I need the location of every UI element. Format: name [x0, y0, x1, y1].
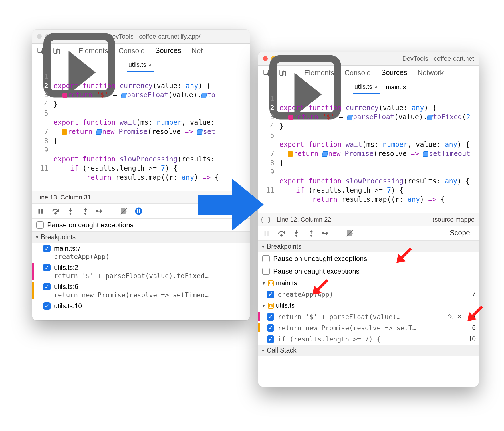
source-text[interactable]: export function currency(value: any) { r…: [52, 72, 250, 191]
close-icon[interactable]: ×: [148, 62, 152, 68]
step-icon[interactable]: [96, 207, 104, 216]
step-over-icon[interactable]: [51, 207, 60, 216]
deactivate-breakpoints-icon[interactable]: [346, 229, 354, 238]
step-out-icon[interactable]: [307, 229, 316, 238]
breakpoint-item[interactable]: ✓ utils.ts:2 return '$' + parseFloat(val…: [32, 262, 250, 281]
cursor-position: Line 12, Column 22: [277, 216, 331, 223]
step-icon[interactable]: [322, 229, 330, 238]
file-tab-label: utils.ts: [128, 61, 146, 68]
disclosure-triangle-icon: ▼: [262, 281, 266, 286]
code-editor[interactable]: 1 2 3 4 5 6 7 8 9 10 11 export function …: [32, 72, 250, 191]
breakpoint-item[interactable]: ✓ utils.ts:10: [32, 300, 250, 312]
breakpoint-line-number: 10: [465, 335, 476, 343]
pause-on-exceptions-icon[interactable]: [134, 207, 143, 216]
pause-caught-row[interactable]: Pause on caught exceptions: [32, 219, 250, 231]
pause-icon[interactable]: [36, 207, 45, 216]
call-marker-icon: [347, 115, 353, 120]
file-tab-label: utils.ts: [354, 83, 372, 90]
checkbox[interactable]: ✓: [267, 313, 274, 321]
checkbox[interactable]: [262, 255, 270, 262]
source-map-hint: (source: [225, 194, 246, 201]
svg-rect-18: [267, 231, 269, 236]
breakpoint-item[interactable]: ✓ if (results.length >= 7) { 10: [258, 333, 479, 345]
breakpoint-group-header[interactable]: ▼ TS main.ts: [258, 278, 479, 289]
breakpoint-location: utils.ts:2: [54, 264, 209, 272]
code-editor[interactable]: 1 2 3 4 5 6 7 8 9 10 11 export function …: [258, 94, 479, 213]
breakpoint-marker-icon: [62, 129, 67, 135]
checkbox[interactable]: [262, 268, 270, 275]
checkbox[interactable]: [36, 221, 44, 229]
breakpoint-item[interactable]: ✓ main.ts:7 createApp(App): [32, 243, 250, 262]
call-marker-icon: [197, 129, 203, 135]
svg-point-21: [310, 235, 312, 236]
disclosure-triangle-icon: ▼: [262, 303, 266, 308]
breakpoint-item[interactable]: ✓ return '$' + parseFloat(value)… ✎ ✕ 2: [258, 311, 479, 322]
breakpoint-item[interactable]: ✓ createApp(App) 7: [258, 289, 479, 300]
tab-sources[interactable]: Sources: [380, 66, 408, 80]
step-over-icon[interactable]: [277, 229, 286, 238]
breakpoint-item[interactable]: ✓ return new Promise(resolve => setT… 6: [258, 322, 479, 333]
call-marker-icon: [121, 93, 127, 98]
call-marker-icon: [423, 151, 429, 157]
breakpoint-line-number: 2: [465, 313, 476, 321]
checkbox[interactable]: ✓: [267, 291, 274, 298]
source-text[interactable]: export function currency(value: any) { r…: [278, 94, 479, 213]
file-tabs: utils.ts × main.ts: [258, 80, 479, 94]
breakpoint-snippet: createApp(App): [278, 291, 462, 298]
svg-rect-17: [265, 231, 266, 236]
separator: [112, 207, 112, 216]
breakpoints-section-header[interactable]: ▼ Breakpoints: [32, 231, 250, 243]
scope-tab[interactable]: Scope: [445, 226, 475, 240]
delete-icon[interactable]: ✕: [457, 313, 462, 321]
pause-caught-label: Pause on caught exceptions: [47, 221, 134, 229]
breakpoint-item[interactable]: ✓ utils.ts:6 return new Promise(resolve …: [32, 281, 250, 300]
breakpoints-section-header[interactable]: ▼ Breakpoints: [258, 241, 479, 252]
pause-icon: [262, 229, 271, 238]
pause-caught-row[interactable]: Pause on caught exceptions: [258, 265, 479, 278]
tab-network[interactable]: Net: [191, 44, 204, 58]
file-tab-label: main.ts: [386, 84, 406, 91]
checkbox[interactable]: ✓: [43, 264, 51, 271]
checkbox[interactable]: ✓: [43, 283, 51, 290]
breakpoint-group-header[interactable]: ▼ TS utils.ts: [258, 300, 479, 311]
disclosure-triangle-icon: ▼: [261, 244, 265, 249]
step-into-icon[interactable]: [66, 207, 75, 216]
pretty-print-icon[interactable]: { }: [260, 216, 271, 223]
step-into-icon[interactable]: [292, 229, 301, 238]
gutter[interactable]: 1 2 3 4 5 6 7 8 9 10 11: [258, 94, 278, 213]
pause-uncaught-row[interactable]: Pause on uncaught exceptions: [258, 252, 479, 265]
gutter[interactable]: 1 2 3 4 5 6 7 8 9 10 11: [32, 72, 52, 191]
step-out-icon[interactable]: [81, 207, 90, 216]
tab-sources[interactable]: Sources: [154, 44, 182, 58]
breakpoint-location: utils.ts:10: [54, 302, 82, 310]
section-title: Breakpoints: [267, 243, 301, 250]
svg-rect-4: [39, 209, 40, 214]
breakpoint-snippet: return new Promise(resolve => setT…: [278, 324, 462, 332]
checkbox[interactable]: ✓: [267, 324, 274, 332]
cursor-position: Line 13, Column 31: [36, 194, 91, 201]
svg-rect-12: [139, 209, 140, 213]
breakpoint-marker-icon: [62, 93, 67, 98]
deactivate-breakpoints-icon[interactable]: [120, 207, 128, 216]
svg-point-19: [281, 235, 282, 236]
pause-caught-label: Pause on caught exceptions: [273, 267, 360, 275]
section-title: Breakpoints: [41, 233, 76, 241]
devtools-window-after: DevTools - coffee-cart.net Elements Cons…: [258, 52, 479, 387]
file-tab-utils[interactable]: utils.ts ×: [353, 81, 380, 94]
edit-icon[interactable]: ✎: [448, 313, 453, 321]
svg-rect-11: [137, 209, 138, 213]
call-marker-icon: [322, 151, 328, 157]
checkbox[interactable]: ✓: [43, 302, 51, 310]
status-line: { } Line 12, Column 22 (source mappe: [258, 213, 479, 226]
svg-rect-5: [41, 209, 43, 214]
checkbox[interactable]: ✓: [43, 245, 51, 252]
checkbox[interactable]: ✓: [267, 335, 274, 343]
file-tab-main[interactable]: main.ts: [384, 81, 408, 93]
svg-point-10: [135, 207, 142, 215]
close-icon[interactable]: ×: [374, 84, 378, 90]
tab-network[interactable]: Network: [416, 66, 445, 80]
call-stack-section-header[interactable]: ▼ Call Stack: [258, 345, 479, 356]
file-tab-utils[interactable]: utils.ts ×: [127, 59, 154, 72]
group-name: main.ts: [276, 279, 297, 287]
breakpoint-line-number: 7: [465, 290, 476, 298]
